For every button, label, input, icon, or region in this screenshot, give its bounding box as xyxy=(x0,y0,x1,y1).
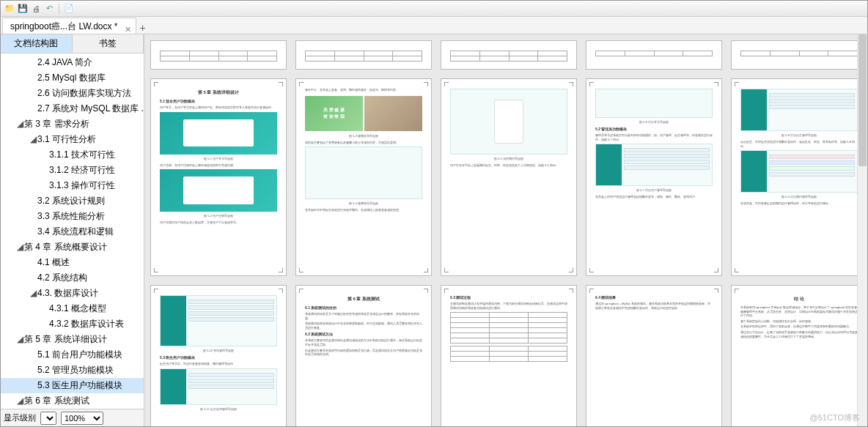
body-text: 医生用户登录后，可进行患者咨询回复，预约管理等操作 xyxy=(160,362,277,366)
figure-image xyxy=(595,89,713,118)
outline-item[interactable]: 3.1.3 操作可行性 xyxy=(1,178,144,193)
vertical-scrollbar[interactable] xyxy=(857,34,867,426)
outline-item[interactable]: 2.4 JAVA 简介 xyxy=(1,55,144,70)
body-text: 在页面上对用户信息进行管理包括增删改查等，增加、修改、删除、查询用户。 xyxy=(595,195,713,199)
outline-item[interactable]: ◢3.1 可行性分析 xyxy=(1,132,144,147)
outline-item[interactable]: ◢第 3 章 需求分析 xyxy=(1,116,144,132)
body-text: 管理员登录进系统后可以看到所有功能模块，如：用户管理、医生管理等，对各模块进行操… xyxy=(595,133,713,141)
figure-caption: 图 5-1 用户登录界面图 xyxy=(160,157,277,160)
body-text: 通过本次毕业设计，提高了我的动手实践能力和解决问题的能力，也让我认识到理论与实践… xyxy=(740,330,858,338)
page-thumb[interactable]: 图 5-10 资讯管理界面图 5.3 医生用户功能模块 医生用户登录后，可进行患… xyxy=(150,285,287,426)
page-thumbnails: 第 5 章 系统详细设计 5.1 登台用户功能模块 用户登录，在用户登录页面上填… xyxy=(150,40,861,426)
figure-caption: 图 5-8 后台医生管理界面图 xyxy=(740,133,858,137)
page-thumb[interactable]: 图 5-6 后台登录界面图 5.2 管理员功能模块 管理员登录进系统后可以看到所… xyxy=(586,78,722,276)
body-text: 用户可在本手机上查看预约医生、时间、科室信息及个人详细信息。如图 5-5 所示。 xyxy=(450,163,567,168)
doc-icon[interactable]: 📄 xyxy=(63,3,75,15)
figure-caption: 图 5-5 我的预约界面图 xyxy=(450,157,567,160)
chapter-title: 结 论 xyxy=(740,296,858,302)
body-text: 服务中心，在页面上查看、咨询、预约相关服务，如挂号、购药等内容。 xyxy=(305,88,422,92)
body-text: 系统测试的目的是为了检验已经开发完成的系统是否满足设计的要求，发现系统存在的问题… xyxy=(305,312,422,320)
body-text: 用户登录，在用户登录页面上填写用户名、密码等信息后即可登入系统并执行各项操作。 xyxy=(160,105,277,110)
figure-image xyxy=(364,96,422,131)
zoom-select[interactable]: 100% xyxy=(61,412,103,425)
outline-item[interactable]: 4.1 概述 xyxy=(1,255,144,270)
outline-item[interactable]: 5.3 医生用户功能模块 xyxy=(1,378,144,393)
level-label: 显示级别 xyxy=(4,412,36,423)
page-thumb[interactable]: 第 5 章 系统详细设计 5.1 登台用户功能模块 用户登录，在用户登录页面上填… xyxy=(150,78,287,276)
figure-image: 关 爱 健 康有 你 有 我 xyxy=(305,96,363,131)
page-thumb[interactable]: 6.4 测试结果 通过对 springboot + MySql 系统的测试，整体… xyxy=(586,285,722,426)
close-icon[interactable]: ✕ xyxy=(125,21,131,37)
page-thumb[interactable]: 6.3 测试过程 在测试前制定测试计划并编写测试用例，下表为部分测试用例及结果记… xyxy=(441,285,577,426)
outline-item[interactable]: 2.5 MySql 数据库 xyxy=(1,70,144,86)
figure-image xyxy=(740,89,858,131)
document-tab[interactable]: springboot癌...台 LW.docx * ✕ xyxy=(2,18,136,34)
section-heading: 6.4 测试结果 xyxy=(595,295,713,300)
outline-item[interactable]: 4.2 系统结构 xyxy=(1,270,144,286)
figure-image xyxy=(160,169,277,212)
page-thumb[interactable] xyxy=(150,40,287,70)
figure-caption: 图 5-7 后台用户管理界面图 xyxy=(595,188,713,192)
figure-image xyxy=(595,144,713,186)
undo-icon[interactable]: ↶ xyxy=(43,3,55,15)
sidebar: 文档结构图 书签 2.4 JAVA 简介2.5 MySql 数据库2.6 访问数… xyxy=(1,34,144,426)
print-icon[interactable]: 🖨 xyxy=(30,3,42,15)
app-toolbar: 📁 💾 🖨 ↶ 📄 xyxy=(1,1,867,17)
outline-item[interactable]: 3.3 系统性能分析 xyxy=(1,209,144,224)
section-heading: 5.3 医生用户功能模块 xyxy=(160,355,277,360)
outline-item[interactable]: ◢4.3. 数据库设计 xyxy=(1,286,144,301)
body-text: 该页面主要包括了营养膳食以及健康小贴士等相关内容，方便居民查阅。 xyxy=(305,141,422,145)
scrollbar-thumb[interactable] xyxy=(858,34,867,166)
outline-item[interactable]: 2.7 系统对 MySQL 数据库 ... xyxy=(1,101,144,116)
page-thumb[interactable] xyxy=(441,40,577,70)
outline-item[interactable]: 3.1.1 技术可行性 xyxy=(1,147,144,163)
outline-item[interactable]: 4.3.2 数据库设计表 xyxy=(1,316,144,332)
outline-item[interactable]: 3.2 系统设计规则 xyxy=(1,193,144,209)
page-thumb[interactable]: 结 论 本系统采用 springboot 与 Mysql 数据库相结合，基于 B… xyxy=(731,285,867,426)
test-table xyxy=(450,346,567,362)
save-icon[interactable]: 💾 xyxy=(17,3,29,15)
tab-title: springboot癌...台 LW.docx * xyxy=(10,21,118,31)
figure-image xyxy=(160,368,277,405)
level-select[interactable] xyxy=(40,412,56,425)
page-thumb[interactable]: 第 6 章 系统测试 6.1 系统测试的目的 系统测试的目的是为了检验已经开发完… xyxy=(295,285,432,426)
tab-outline[interactable]: 文档结构图 xyxy=(1,34,73,53)
document-tabbar: springboot癌...台 LW.docx * ✕ + xyxy=(1,17,867,34)
figure-caption: 图 5-4 健康资讯界面图 xyxy=(305,201,422,205)
page-thumb[interactable] xyxy=(731,40,867,70)
body-text: 在页面针对不同医生类型进行筛选并预约。在此模块上能够查看相应信息。 xyxy=(305,208,422,212)
outline-item[interactable]: 5.1 前台用户功能模块 xyxy=(1,347,144,363)
figure-image xyxy=(450,89,567,155)
page-thumb[interactable] xyxy=(295,40,432,70)
add-tab-button[interactable]: + xyxy=(136,22,150,34)
chapter-title: 第 6 章 系统测试 xyxy=(305,296,422,302)
document-canvas[interactable]: 第 5 章 系统详细设计 5.1 登台用户功能模块 用户登录，在用户登录页面上填… xyxy=(144,34,867,426)
page-thumb[interactable]: 图 5-5 我的预约界面图 用户可在本手机上查看预约医生、时间、科室信息及个人详… xyxy=(441,78,577,276)
figure-image xyxy=(160,295,277,346)
page-thumb[interactable]: 图 5-8 后台医生管理界面图 点击医生，可对医生信息进行增删改查操作，包括姓名… xyxy=(731,78,867,276)
body-text: 在该页面，可对患者提交的预约进行管理操作，对订单状态进行修改。 xyxy=(740,201,858,206)
page-thumb[interactable] xyxy=(586,40,722,70)
outline-item[interactable]: 2.6 访问数据库实现方法 xyxy=(1,86,144,101)
outline-item[interactable]: ◢第 6 章 系统测试 xyxy=(1,393,144,409)
sidebar-footer: 显示级别 100% xyxy=(1,409,144,426)
outline-item[interactable]: 3.1.2 经济可行性 xyxy=(1,163,144,178)
outline-item[interactable]: ◢第 5 章 系统详细设计 xyxy=(1,332,144,347)
body-text: 在系统开发的过程中，遇到了很多困难，但通过不断学习与查阅资料最终将问题解决。 xyxy=(740,324,858,329)
figure-image xyxy=(740,150,858,193)
outline-item[interactable]: 3.4 系统流程和逻辑 xyxy=(1,224,144,240)
outline-item[interactable]: 4.3.1 概念模型 xyxy=(1,301,144,316)
figure-caption: 图 5-6 后台登录界面图 xyxy=(595,120,713,124)
outline-item[interactable]: ◢第 4 章 系统概要设计 xyxy=(1,240,144,255)
tab-bookmarks[interactable]: 书签 xyxy=(73,34,144,53)
outline-item[interactable]: 5.2 管理员功能模块 xyxy=(1,363,144,378)
body-text: 白盒测试主要是检查程序内部的逻辑结构是否正确；黑盒测试则是从用户角度验证功能是否… xyxy=(305,349,422,357)
figure-caption: 图 5-11 医生咨询管理界面图 xyxy=(160,407,277,411)
figure-caption: 图 5-3 健康咨询界面图 xyxy=(305,134,422,138)
body-text: 在测试前制定测试计划并编写测试用例，下表为部分测试用例及结果记录，在测试过程中按… xyxy=(450,302,567,310)
body-text: 本系统采用 springboot 与 Mysql 数据库相结合，基于 B/S 架… xyxy=(740,305,858,318)
page-thumb[interactable]: 服务中心，在页面上查看、咨询、预约相关服务，如挂号、购药等内容。 关 爱 健 康… xyxy=(295,78,432,276)
body-text: 整个系统页面简洁清晰，功能模块划分合理，操作便捷。 xyxy=(740,319,858,324)
figure-image xyxy=(305,146,422,199)
open-icon[interactable]: 📁 xyxy=(4,3,15,15)
